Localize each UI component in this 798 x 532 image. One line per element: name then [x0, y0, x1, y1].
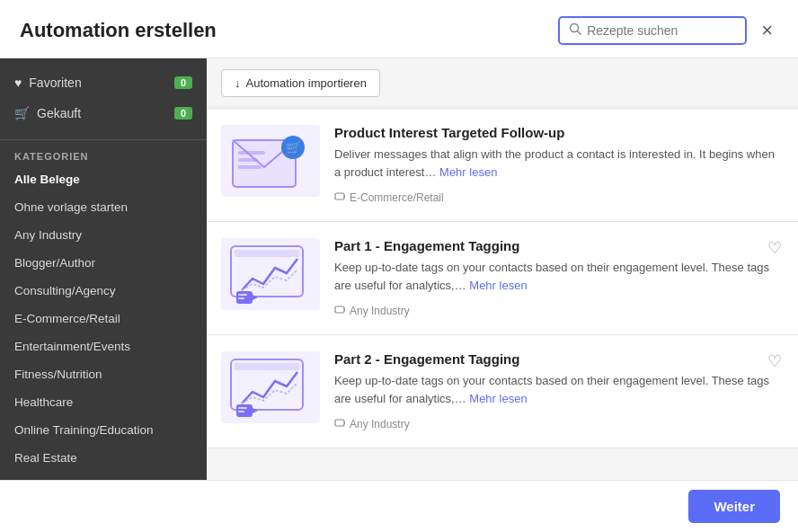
search-icon	[569, 22, 581, 39]
recipe-tag-text-engagement-tagging-2: Any Industry	[350, 418, 410, 430]
recipe-card-engagement-tagging-2: Part 2 - Engagement TaggingKeep up-to-da…	[207, 335, 798, 448]
gekauft-label: Gekauft	[37, 106, 81, 120]
content-toolbar: ↓ Automation importieren	[207, 58, 798, 109]
recipe-title-product-interest: Product Interest Targeted Follow-up	[334, 125, 784, 140]
sidebar-top: ♥ Favoriten 0 🛒 Gekauft 0	[0, 58, 207, 134]
svg-text:🛒: 🛒	[286, 140, 302, 155]
search-box	[558, 16, 747, 45]
tag-icon-engagement-tagging-2	[334, 417, 345, 430]
recipe-tag-engagement-tagging-2: Any Industry	[334, 417, 410, 430]
mehr-lesen-engagement-tagging-2[interactable]: Mehr lesen	[469, 392, 527, 405]
sidebar-cat-industry[interactable]: Any Industry	[0, 221, 207, 249]
modal-header: Automation erstellen ×	[0, 0, 798, 58]
gekauft-left: 🛒 Gekauft	[14, 106, 81, 120]
favoriten-label: Favoriten	[29, 75, 81, 90]
sidebar-cat-fitness[interactable]: Fitness/Nutrition	[0, 360, 207, 388]
recipe-card-product-interest: 🛒 Product Interest Targeted Follow-upDel…	[207, 109, 798, 222]
svg-rect-14	[238, 294, 247, 296]
kategorien-label: KATEGORIEN	[0, 146, 207, 165]
sidebar-cat-ohne[interactable]: Ohne vorlage starten	[0, 193, 207, 221]
mehr-lesen-engagement-tagging-1[interactable]: Mehr lesen	[469, 279, 527, 292]
recipe-tag-engagement-tagging-1: Any Industry	[334, 304, 410, 317]
gekauft-badge: 0	[174, 107, 192, 120]
svg-rect-15	[238, 297, 244, 299]
recipe-info-engagement-tagging-1: Part 1 - Engagement TaggingKeep up-to-da…	[334, 238, 784, 318]
modal-footer: Weiter	[0, 480, 798, 532]
recipe-tag-text-product-interest: E-Commerce/Retail	[350, 191, 444, 204]
sidebar-cat-software[interactable]: Software	[0, 472, 207, 480]
tag-icon-engagement-tagging-1	[334, 304, 345, 317]
recipe-card-engagement-tagging-1: Part 1 - Engagement TaggingKeep up-to-da…	[207, 222, 798, 335]
svg-rect-11	[235, 250, 299, 257]
heart-button-engagement-tagging-1[interactable]: ♡	[766, 236, 784, 260]
cart-icon: 🛒	[14, 106, 30, 120]
header-right: ×	[558, 16, 778, 45]
sidebar-divider	[0, 139, 207, 140]
sidebar-cat-realestate[interactable]: Real Estate	[0, 444, 207, 472]
modal-body: ♥ Favoriten 0 🛒 Gekauft 0 KATEGORIEN All…	[0, 58, 798, 480]
svg-rect-12	[236, 291, 253, 304]
recipe-desc-product-interest: Deliver messages that align with the pro…	[334, 146, 784, 181]
svg-rect-4	[238, 158, 258, 162]
import-icon: ↓	[235, 76, 241, 90]
search-input[interactable]	[587, 23, 736, 38]
sidebar-cat-alle[interactable]: Alle Belege	[0, 165, 207, 193]
recipe-title-engagement-tagging-2: Part 2 - Engagement Tagging	[334, 351, 784, 367]
svg-rect-24	[335, 420, 344, 426]
recipe-title-engagement-tagging-1: Part 1 - Engagement Tagging	[334, 238, 784, 253]
recipes-list: 🛒 Product Interest Targeted Follow-upDel…	[207, 109, 798, 480]
recipe-info-product-interest: Product Interest Targeted Follow-upDeliv…	[334, 125, 784, 205]
sidebar-cat-entertainment[interactable]: Entertainment/Events	[0, 332, 207, 360]
svg-rect-3	[238, 151, 265, 155]
mehr-lesen-product-interest[interactable]: Mehr lesen	[439, 165, 497, 179]
sidebar-cat-online[interactable]: Online Training/Education	[0, 416, 207, 444]
import-button[interactable]: ↓ Automation importieren	[221, 69, 380, 97]
main-content: ↓ Automation importieren 🛒 Product Inter…	[207, 58, 798, 480]
svg-line-1	[578, 31, 581, 35]
svg-rect-23	[238, 411, 244, 412]
sidebar: ♥ Favoriten 0 🛒 Gekauft 0 KATEGORIEN All…	[0, 58, 207, 480]
sidebar-cat-healthcare[interactable]: Healthcare	[0, 388, 207, 416]
recipe-desc-engagement-tagging-2: Keep up-to-date tags on your contacts ba…	[334, 372, 784, 407]
recipe-desc-engagement-tagging-1: Keep up-to-date tags on your contacts ba…	[334, 259, 784, 294]
heart-button-engagement-tagging-2[interactable]: ♡	[766, 350, 784, 373]
heart-icon: ♥	[14, 75, 22, 90]
sidebar-cat-consulting[interactable]: Consulting/Agency	[0, 277, 207, 305]
modal-title: Automation erstellen	[20, 19, 217, 42]
favoriten-badge: 0	[174, 76, 192, 89]
recipe-thumb-engagement-tagging-1	[221, 238, 320, 310]
svg-rect-22	[238, 407, 247, 409]
sidebar-cat-ecommerce[interactable]: E-Commerce/Retail	[0, 305, 207, 332]
weiter-button[interactable]: Weiter	[688, 490, 780, 523]
svg-marker-17	[344, 308, 345, 311]
svg-marker-25	[344, 421, 345, 424]
svg-marker-9	[344, 195, 345, 198]
svg-rect-19	[235, 363, 299, 370]
sidebar-item-gekauft[interactable]: 🛒 Gekauft 0	[0, 98, 207, 129]
sidebar-item-favoriten[interactable]: ♥ Favoriten 0	[0, 67, 207, 98]
close-button[interactable]: ×	[756, 19, 778, 42]
recipe-thumb-product-interest: 🛒	[221, 125, 320, 197]
recipe-info-engagement-tagging-2: Part 2 - Engagement TaggingKeep up-to-da…	[334, 351, 784, 431]
automation-modal: Automation erstellen × ♥	[0, 0, 798, 532]
recipe-tag-text-engagement-tagging-1: Any Industry	[350, 305, 410, 317]
tag-icon-product-interest	[334, 191, 345, 204]
svg-rect-8	[335, 193, 344, 200]
categories-list: Alle BelegeOhne vorlage startenAny Indus…	[0, 165, 207, 480]
recipe-tag-product-interest: E-Commerce/Retail	[334, 191, 444, 204]
svg-rect-20	[236, 404, 253, 417]
import-label: Automation importieren	[246, 76, 367, 90]
svg-rect-5	[238, 165, 262, 169]
fav-left: ♥ Favoriten	[14, 75, 82, 90]
svg-rect-16	[335, 306, 344, 313]
recipe-thumb-engagement-tagging-2	[221, 351, 320, 423]
sidebar-cat-blogger[interactable]: Blogger/Author	[0, 249, 207, 277]
